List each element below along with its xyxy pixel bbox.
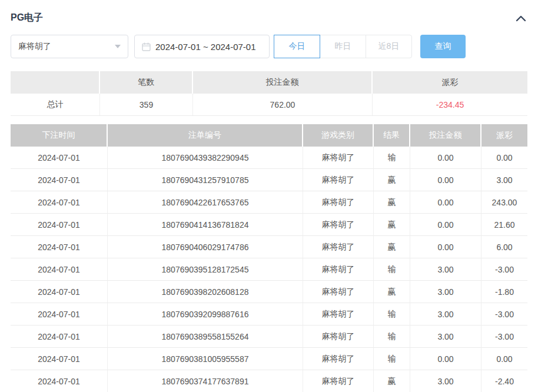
table-row: 2024-07-01 1807690406029174786 麻将胡了 赢 0.… (11, 236, 527, 258)
table-row: 2024-07-01 1807690395128172545 麻将胡了 输 3.… (11, 258, 527, 281)
bet-amount-cell: 0.00 (410, 348, 481, 370)
table-row: 2024-07-01 1807690374177637891 麻将胡了 赢 3.… (11, 370, 527, 392)
table-row: 2024-07-01 1807690414136781824 麻将胡了 赢 0.… (11, 214, 527, 236)
date-range-value: 2024-07-01 ~ 2024-07-01 (155, 42, 256, 52)
bet-amount-cell: 3.00 (410, 325, 481, 348)
result-cell: 赢 (374, 370, 410, 392)
bet-time-cell: 2024-07-01 (11, 214, 108, 236)
payout-cell: -3.00 (481, 325, 527, 348)
bet-time-cell: 2024-07-01 (11, 169, 108, 191)
summary-header-cell: 投注金额 (193, 71, 373, 94)
records-header-row: 下注时间 注单编号 游戏类别 结果 投注金额 派彩 (11, 124, 527, 147)
table-row: 2024-07-01 1807690381005955587 麻将胡了 输 0.… (11, 348, 527, 370)
records-header-cell: 注单编号 (108, 124, 303, 147)
bet-amount-cell: 0.00 (410, 214, 481, 236)
page-title: PG电子 (11, 12, 43, 24)
records-header-cell: 游戏类别 (303, 124, 374, 147)
table-row: 2024-07-01 1807690389558155264 麻将胡了 输 3.… (11, 325, 527, 348)
records-body: 2024-07-01 1807690439382290945 麻将胡了 输 0.… (11, 147, 527, 392)
result-cell: 输 (374, 258, 410, 281)
bet-amount-cell: 0.00 (410, 147, 481, 169)
game-select-value: 麻将胡了 (18, 41, 51, 52)
bet-amount-cell: 3.00 (410, 281, 481, 303)
game-type-cell: 麻将胡了 (303, 325, 374, 348)
game-type-cell: 麻将胡了 (303, 348, 374, 370)
panel-titlebar: PG电子 (11, 0, 527, 24)
chevron-up-icon (516, 15, 526, 24)
bet-time-cell: 2024-07-01 (11, 325, 108, 348)
result-cell: 赢 (374, 191, 410, 214)
game-type-cell: 麻将胡了 (303, 147, 374, 169)
pg-electronic-panel: PG电子 麻将胡了 2024-07-01 ~ 2024-07-01 今日 昨日 (0, 0, 538, 392)
result-cell: 输 (374, 147, 410, 169)
quick-date-button[interactable]: 今日 (274, 35, 320, 58)
bet-time-cell: 2024-07-01 (11, 281, 108, 303)
records-header-cell: 下注时间 (11, 124, 108, 147)
result-cell: 赢 (374, 236, 410, 258)
game-type-cell: 麻将胡了 (303, 303, 374, 325)
game-select[interactable]: 麻将胡了 (11, 35, 128, 58)
quick-date-button[interactable]: 昨日 (320, 35, 366, 58)
summary-header-cell: 派彩 (373, 71, 527, 94)
payout-cell: 0.00 (481, 147, 527, 169)
payout-cell: 21.60 (481, 214, 527, 236)
payout-cell: -3.00 (481, 258, 527, 281)
calendar-icon (142, 42, 151, 51)
game-type-cell: 麻将胡了 (303, 370, 374, 392)
payout-cell: 3.00 (481, 169, 527, 191)
result-cell: 输 (374, 348, 410, 370)
bet-time-cell: 2024-07-01 (11, 147, 108, 169)
records-header-cell: 派彩 (481, 124, 527, 147)
bet-id-cell: 1807690398202608128 (108, 281, 303, 303)
bet-amount-cell: 3.00 (410, 370, 481, 392)
collapse-panel-button[interactable] (514, 14, 527, 23)
summary-payout-value: -234.45 (373, 94, 527, 116)
quick-date-button[interactable]: 近8日 (366, 35, 412, 58)
summary-header-cell (11, 71, 100, 94)
chevron-down-icon (115, 45, 121, 48)
summary-total-label: 总计 (11, 94, 100, 116)
table-row: 2024-07-01 1807690431257910785 麻将胡了 赢 0.… (11, 169, 527, 191)
game-type-cell: 麻将胡了 (303, 258, 374, 281)
payout-cell: -2.40 (481, 370, 527, 392)
game-type-cell: 麻将胡了 (303, 236, 374, 258)
quick-date-button-group: 今日 昨日 近8日 (274, 35, 412, 58)
table-row: 2024-07-01 1807690439382290945 麻将胡了 输 0.… (11, 147, 527, 169)
table-row: 2024-07-01 1807690422617653765 麻将胡了 赢 0.… (11, 191, 527, 214)
payout-cell: 0.00 (481, 348, 527, 370)
bet-id-cell: 1807690389558155264 (108, 325, 303, 348)
bet-time-cell: 2024-07-01 (11, 191, 108, 214)
payout-cell: -3.00 (481, 303, 527, 325)
result-cell: 赢 (374, 281, 410, 303)
summary-bet-amount-value: 762.00 (193, 94, 373, 116)
result-cell: 赢 (374, 214, 410, 236)
bet-amount-cell: 0.00 (410, 236, 481, 258)
bet-amount-cell: 0.00 (410, 191, 481, 214)
summary-total-row: 总计 359 762.00 -234.45 (11, 94, 527, 116)
summary-count-value: 359 (100, 94, 193, 116)
table-row: 2024-07-01 1807690392099887616 麻将胡了 输 3.… (11, 303, 527, 325)
bet-amount-cell: 3.00 (410, 258, 481, 281)
payout-cell: 243.00 (481, 191, 527, 214)
game-type-cell: 麻将胡了 (303, 214, 374, 236)
records-header-cell: 投注金额 (410, 124, 481, 147)
bet-time-cell: 2024-07-01 (11, 258, 108, 281)
bet-id-cell: 1807690439382290945 (108, 147, 303, 169)
payout-cell: 6.00 (481, 236, 527, 258)
bet-amount-cell: 3.00 (410, 303, 481, 325)
date-range-input[interactable]: 2024-07-01 ~ 2024-07-01 (134, 35, 270, 58)
bet-id-cell: 1807690374177637891 (108, 370, 303, 392)
records-header-cell: 结果 (374, 124, 410, 147)
bet-id-cell: 1807690431257910785 (108, 169, 303, 191)
bet-id-cell: 1807690395128172545 (108, 258, 303, 281)
filter-bar: 麻将胡了 2024-07-01 ~ 2024-07-01 今日 昨日 近8日 查… (11, 35, 527, 58)
result-cell: 赢 (374, 169, 410, 191)
query-button[interactable]: 查询 (420, 35, 466, 58)
bet-time-cell: 2024-07-01 (11, 303, 108, 325)
bet-records-table: 下注时间 注单编号 游戏类别 结果 投注金额 派彩 2024-07-01 180… (11, 124, 527, 392)
bet-id-cell: 1807690392099887616 (108, 303, 303, 325)
game-type-cell: 麻将胡了 (303, 281, 374, 303)
bet-amount-cell: 0.00 (410, 169, 481, 191)
bet-time-cell: 2024-07-01 (11, 348, 108, 370)
bet-id-cell: 1807690406029174786 (108, 236, 303, 258)
